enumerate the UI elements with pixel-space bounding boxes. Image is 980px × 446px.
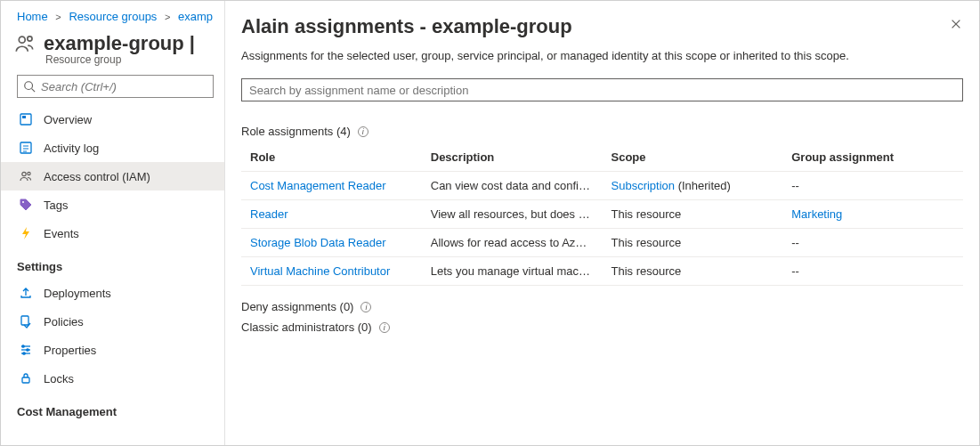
group-assignment: -- [782,229,963,257]
nav-properties[interactable]: Properties [1,336,224,364]
role-link[interactable]: Reader [250,207,288,221]
role-scope: Subscription (Inherited) [603,172,783,200]
scope-link[interactable]: Subscription [611,179,676,192]
breadcrumb-home[interactable]: Home [17,10,48,23]
nav-section-settings: Settings [1,247,224,279]
role-assignments-header: Role assignments (4) i [241,125,963,138]
chevron-right-icon: > [55,12,61,22]
svg-point-17 [22,345,24,347]
role-scope: This resource [603,200,783,229]
group-link[interactable]: Marketing [791,207,842,221]
people-icon [13,32,36,55]
lock-icon [19,371,33,385]
nav-label: Overview [44,113,92,126]
info-icon[interactable]: i [358,126,369,137]
group-assignment: -- [782,172,963,200]
page-title: example-group | [44,32,195,55]
col-header-group[interactable]: Group assignment [782,143,963,172]
group-assignment: -- [782,257,963,286]
activity-log-icon [19,141,33,155]
upload-icon [19,286,33,300]
svg-rect-4 [20,114,31,125]
nav-label: Properties [44,344,96,357]
close-button[interactable] [945,13,967,35]
role-link[interactable]: Storage Blob Data Reader [250,236,385,249]
nav-locks[interactable]: Locks [1,364,224,393]
col-header-role[interactable]: Role [241,143,422,172]
svg-point-11 [28,172,30,174]
nav-policies[interactable]: Policies [1,307,224,336]
info-icon[interactable]: i [379,322,390,333]
svg-point-18 [27,349,28,351]
search-icon [23,80,36,93]
resource-header: example-group | [1,27,224,55]
breadcrumb: Home > Resource groups > examp [1,1,224,27]
svg-point-19 [23,353,25,354]
role-description: Can view cost data and configur... [422,172,603,200]
svg-rect-13 [21,316,28,325]
close-icon [950,18,962,30]
svg-point-0 [19,36,25,43]
nav-label: Locks [44,372,74,385]
lightning-icon [19,226,33,240]
nav-events[interactable]: Events [1,219,224,247]
search-input[interactable] [41,80,207,93]
role-scope: This resource [603,229,783,257]
svg-point-1 [28,36,32,41]
col-header-scope[interactable]: Scope [603,143,783,172]
role-scope: This resource [603,257,783,286]
table-row[interactable]: Cost Management ReaderCan view cost data… [241,172,963,200]
svg-point-10 [22,172,26,175]
policy-icon [19,314,33,328]
svg-rect-5 [22,116,26,118]
classic-admins-header: Classic administrators (0) i [241,320,963,334]
svg-point-12 [22,201,24,203]
breadcrumb-current[interactable]: examp [178,10,213,23]
role-description: View all resources, but does not... [422,200,603,229]
nav-label: Activity log [44,142,99,155]
nav-label: Deployments [44,287,111,300]
svg-line-3 [32,89,36,93]
nav-access-control[interactable]: Access control (IAM) [1,162,224,191]
nav-label: Policies [44,315,84,328]
overview-icon [19,112,33,126]
nav-label: Tags [44,199,68,212]
nav-tags[interactable]: Tags [1,191,224,219]
role-link[interactable]: Cost Management Reader [250,179,385,192]
role-description: Allows for read access to Azure ... [422,229,603,257]
table-row[interactable]: ReaderView all resources, but does not..… [241,200,963,229]
scope-suffix: (Inherited) [675,179,731,192]
nav-overview[interactable]: Overview [1,105,224,134]
info-icon[interactable]: i [360,302,371,312]
role-assignments-table: Role Description Scope Group assignment … [241,143,963,286]
group-assignment: Marketing [782,200,963,229]
people-icon [19,169,33,183]
resource-search[interactable] [17,75,214,98]
chevron-right-icon: > [165,12,170,22]
deny-assignments-header: Deny assignments (0) i [241,300,963,313]
panel-title: Alain assignments - example-group [241,15,963,38]
table-row[interactable]: Virtual Machine ContributorLets you mana… [241,257,963,286]
breadcrumb-groups[interactable]: Resource groups [69,10,157,23]
assignment-search-input[interactable] [241,78,963,101]
page-subtitle: Resource group [1,53,224,66]
col-header-description[interactable]: Description [422,143,603,172]
panel-description: Assignments for the selected user, group… [241,49,963,62]
role-link[interactable]: Virtual Machine Contributor [250,264,390,278]
nav-label: Access control (IAM) [44,170,150,183]
role-description: Lets you manage virtual machin... [422,257,603,286]
nav-label: Events [44,227,79,240]
tag-icon [19,198,33,212]
nav-deployments[interactable]: Deployments [1,279,224,307]
nav-section-cost: Cost Management [1,393,224,424]
properties-icon [19,343,33,357]
svg-point-2 [25,82,33,90]
svg-rect-20 [22,377,29,383]
table-row[interactable]: Storage Blob Data ReaderAllows for read … [241,229,963,257]
nav-activity-log[interactable]: Activity log [1,134,224,162]
